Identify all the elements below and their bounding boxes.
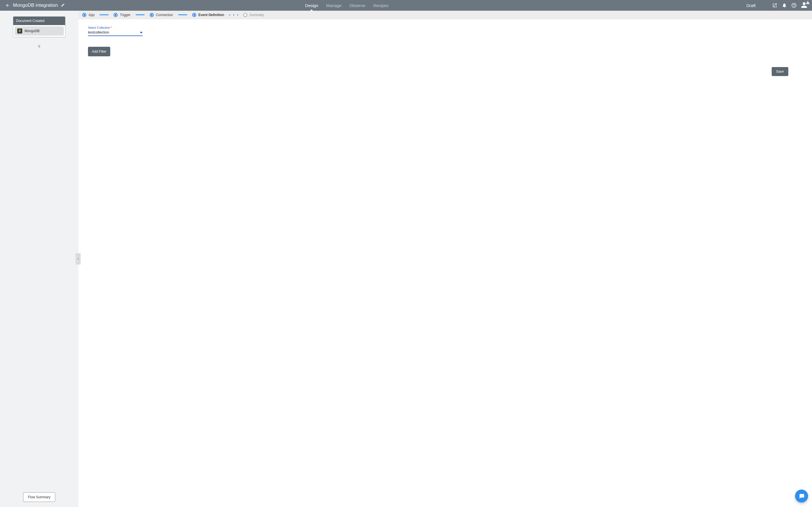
radio-empty-icon: [243, 13, 247, 17]
flow-summary-button[interactable]: Flow Summary: [23, 492, 55, 502]
step-connector: [100, 14, 109, 15]
step-label: Connection: [156, 13, 173, 17]
form-area: Select Collection* testcollection Add Fi…: [79, 19, 812, 63]
tab-recipes[interactable]: Recipes: [373, 0, 389, 11]
arrow-left-icon: [5, 3, 10, 8]
flow-card-title: Document Created: [13, 17, 65, 25]
double-chevron-down-icon: [37, 44, 41, 48]
step-event-definition[interactable]: Event Definition: [192, 13, 224, 17]
status-label: Draft: [746, 3, 756, 8]
collection-select-field: Select Collection* testcollection: [88, 26, 143, 36]
help-icon: [791, 3, 797, 8]
radio-filled-icon: [150, 13, 154, 17]
help-button[interactable]: [791, 3, 797, 8]
step-trigger[interactable]: Trigger: [114, 13, 131, 17]
open-external-icon: [772, 3, 777, 8]
step-label: Trigger: [120, 13, 131, 17]
step-connector: [136, 14, 145, 15]
caret-down-icon: [140, 32, 143, 34]
sidebar: Document Created MongoDB Flow Summary: [0, 11, 79, 507]
step-connector: [178, 14, 187, 15]
step-summary[interactable]: Summary: [243, 13, 264, 17]
step-app[interactable]: App: [82, 13, 94, 17]
pencil-icon: [61, 3, 65, 7]
tab-design[interactable]: Design: [305, 0, 318, 11]
required-asterisk: *: [110, 26, 112, 29]
collapse-sidebar-button[interactable]: [75, 253, 81, 265]
stepper: App Trigger Connection Event Definition …: [79, 11, 812, 19]
mongodb-icon: [17, 29, 22, 34]
open-external-button[interactable]: [772, 3, 777, 8]
warning-icon: [806, 1, 810, 4]
tab-observe[interactable]: Observe: [349, 0, 365, 11]
flow-card: Document Created MongoDB: [13, 16, 65, 37]
notifications-button[interactable]: [781, 3, 787, 8]
collection-field-label: Select Collection*: [88, 26, 143, 29]
dropdown-caret: [140, 30, 143, 34]
body: Document Created MongoDB Flow Summary: [0, 11, 812, 507]
add-filter-button[interactable]: Add Filter: [88, 47, 110, 56]
collection-select[interactable]: testcollection: [88, 29, 143, 36]
back-button[interactable]: [5, 3, 10, 8]
user-menu[interactable]: [801, 2, 808, 9]
step-connection[interactable]: Connection: [150, 13, 173, 17]
topbar-left: MongoDB integration: [0, 3, 65, 8]
topbar: MongoDB integration Design Manage Observ…: [0, 0, 812, 11]
radio-filled-icon: [192, 13, 196, 17]
topbar-icons: [772, 2, 812, 9]
step-label: Event Definition: [199, 13, 224, 17]
step-label: App: [89, 13, 94, 17]
radio-filled-icon: [82, 13, 86, 17]
flow-card-body: MongoDB: [13, 25, 65, 37]
expand-down-button[interactable]: [36, 43, 43, 50]
content: App Trigger Connection Event Definition …: [79, 11, 812, 507]
flow-app-item[interactable]: MongoDB: [15, 26, 64, 36]
collection-select-value: testcollection: [88, 30, 109, 34]
flow-app-name: MongoDB: [24, 29, 40, 33]
radio-filled-icon: [114, 13, 117, 17]
step-label: Summary: [250, 13, 264, 17]
chat-button[interactable]: [795, 490, 808, 503]
step-connector-dots: [229, 14, 238, 15]
bell-icon: [782, 3, 787, 8]
field-label-text: Select Collection: [88, 26, 110, 29]
topbar-tabs: Design Manage Observe Recipes: [305, 0, 389, 11]
edit-title-button[interactable]: [61, 3, 65, 8]
chevron-left-icon: [77, 257, 80, 261]
page-title: MongoDB integration: [13, 3, 58, 8]
tab-manage[interactable]: Manage: [326, 0, 342, 11]
chat-icon: [799, 493, 805, 499]
save-button[interactable]: Save: [772, 67, 788, 76]
